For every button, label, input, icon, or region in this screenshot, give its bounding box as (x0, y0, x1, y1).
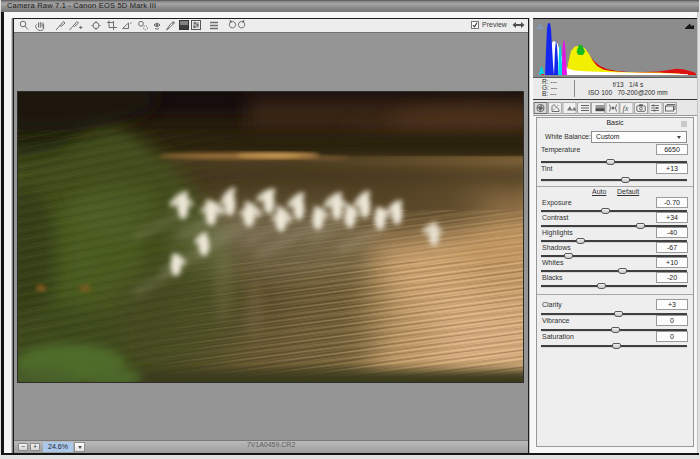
svg-text:fx: fx (623, 103, 629, 113)
